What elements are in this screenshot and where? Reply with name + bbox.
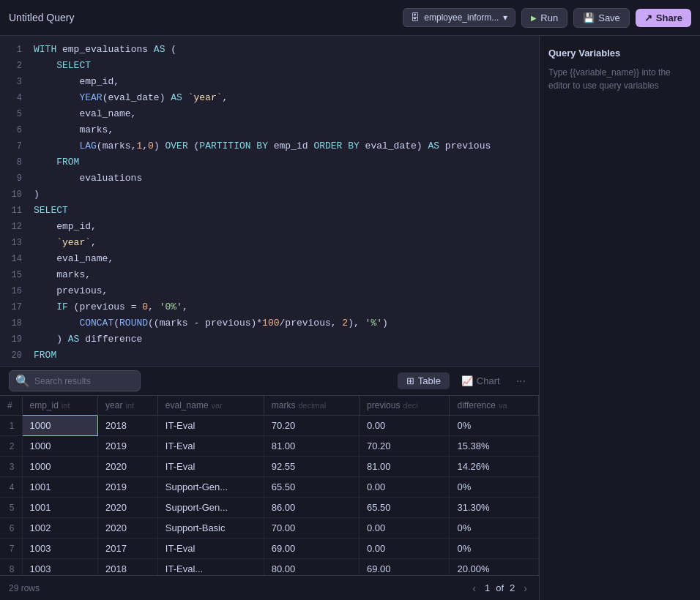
column-header: eval_namevar — [157, 396, 264, 416]
table-row[interactable]: 610022020Support-Basic70.000.000% — [0, 518, 539, 539]
code-line: 11SELECT — [0, 203, 539, 219]
next-page-button[interactable]: › — [521, 581, 530, 596]
row-number: 3 — [0, 457, 22, 477]
line-number: 6 — [0, 122, 22, 138]
table-cell: 65.50 — [264, 477, 359, 498]
table-cell: IT-Eval... — [157, 559, 264, 576]
line-number: 19 — [0, 331, 22, 348]
code-line: 14 eval_name, — [0, 251, 539, 267]
line-number: 5 — [0, 106, 22, 122]
chart-tab[interactable]: 📈 Chart — [453, 372, 509, 389]
column-header: marksdecimal — [264, 396, 359, 416]
results-table: #emp_idintyearinteval_namevarmarksdecima… — [0, 396, 539, 575]
table-row[interactable]: 210002019IT-Eval81.0070.2015.38% — [0, 436, 539, 457]
code-line: 8 FROM — [0, 154, 539, 170]
database-selector[interactable]: 🗄 employee_inform... ▾ — [403, 8, 515, 27]
line-code: CONCAT(ROUND((marks - previous)*100/prev… — [34, 315, 530, 331]
row-number: 1 — [0, 416, 22, 436]
line-number: 20 — [0, 348, 22, 364]
line-code: ) — [34, 187, 530, 203]
sidebar-hint: Type {{variable_name}} into the editor t… — [548, 66, 691, 92]
table-cell: Support-Gen... — [157, 498, 264, 518]
table-cell: Support-Gen... — [157, 477, 264, 498]
table-cell: 20.00% — [450, 559, 539, 576]
code-editor[interactable]: 1WITH emp_evaluations AS (2 SELECT3 emp_… — [0, 36, 539, 366]
line-number: 12 — [0, 219, 22, 235]
results-table-wrapper[interactable]: #emp_idintyearinteval_namevarmarksdecima… — [0, 396, 539, 575]
table-cell: 0.00 — [360, 416, 450, 436]
table-cell: 14.26% — [450, 457, 539, 477]
line-number: 3 — [0, 74, 22, 90]
db-selector-label: employee_inform... — [424, 12, 499, 23]
table-cell: 0% — [450, 477, 539, 498]
table-cell: 86.00 — [264, 498, 359, 518]
table-cell: 69.00 — [360, 559, 450, 576]
page-of-label: of — [496, 582, 504, 593]
table-cell: 1000 — [22, 457, 98, 477]
line-code: previous, — [34, 283, 530, 299]
line-code: WITH emp_evaluations AS ( — [34, 42, 530, 58]
run-button[interactable]: ▶ Run — [521, 8, 567, 28]
table-row[interactable]: 410012019Support-Gen...65.500.000% — [0, 477, 539, 498]
table-row[interactable]: 510012020Support-Gen...86.0065.5031.30% — [0, 498, 539, 518]
table-body: 110002018IT-Eval70.200.000%210002019IT-E… — [0, 416, 539, 576]
column-header: emp_idint — [22, 396, 98, 416]
page-current: 1 — [485, 582, 490, 593]
db-icon: 🗄 — [411, 12, 420, 23]
sidebar-title: Query Variables — [548, 48, 691, 59]
table-cell: 65.50 — [360, 498, 450, 518]
column-header: # — [0, 396, 22, 416]
line-code: FROM — [34, 154, 530, 170]
table-row[interactable]: 310002020IT-Eval92.5581.0014.26% — [0, 457, 539, 477]
code-line: 20FROM — [0, 348, 539, 364]
search-input[interactable] — [34, 376, 134, 386]
table-cell: IT-Eval — [157, 436, 264, 457]
line-number: 16 — [0, 283, 22, 299]
table-tab[interactable]: ⊞ Table — [398, 372, 450, 389]
table-cell: 81.00 — [264, 436, 359, 457]
code-line: 12 emp_id, — [0, 219, 539, 235]
line-code: marks, — [34, 122, 530, 138]
table-row[interactable]: 810032018IT-Eval...80.0069.0020.00% — [0, 559, 539, 576]
table-row[interactable]: 710032017IT-Eval69.000.000% — [0, 539, 539, 559]
code-line: 19 ) AS difference — [0, 331, 539, 348]
table-cell: 15.38% — [450, 436, 539, 457]
prev-page-button[interactable]: ‹ — [469, 581, 479, 596]
line-code: LAG(marks,1,0) OVER (PARTITION BY emp_id… — [34, 138, 530, 154]
share-button[interactable]: ↗ Share — [636, 9, 691, 27]
page-total: 2 — [510, 582, 515, 593]
share-label: Share — [656, 12, 682, 23]
table-row[interactable]: 110002018IT-Eval70.200.000% — [0, 416, 539, 436]
line-code: evaluations — [34, 170, 530, 187]
row-number: 8 — [0, 559, 22, 576]
code-line: 10) — [0, 187, 539, 203]
search-box[interactable]: 🔍 — [9, 370, 141, 391]
save-button[interactable]: 💾 Save — [573, 8, 630, 28]
line-code: ) AS difference — [34, 331, 530, 348]
table-cell: 0.00 — [360, 539, 450, 559]
line-code: marks, — [34, 267, 530, 283]
pagination: ‹ 1 of 2 › — [469, 581, 530, 596]
code-line: 3 emp_id, — [0, 74, 539, 90]
row-number: 5 — [0, 498, 22, 518]
line-code: SELECT — [34, 58, 530, 74]
line-number: 17 — [0, 299, 22, 315]
code-line: 17 IF (previous = 0, '0%', — [0, 299, 539, 315]
table-cell: 1000 — [22, 416, 98, 436]
share-icon: ↗ — [644, 12, 652, 23]
code-line: 15 marks, — [0, 267, 539, 283]
table-cell: 1001 — [22, 498, 98, 518]
chart-label: Chart — [477, 375, 500, 386]
line-code: emp_id, — [34, 74, 530, 90]
run-label: Run — [540, 12, 558, 23]
table-cell: IT-Eval — [157, 416, 264, 436]
header-actions: 🗄 employee_inform... ▾ ▶ Run 💾 Save ↗ Sh… — [403, 8, 691, 28]
table-cell: 0% — [450, 416, 539, 436]
table-cell: 0% — [450, 539, 539, 559]
column-header: previousdeci — [360, 396, 450, 416]
chart-icon: 📈 — [461, 375, 473, 386]
more-options-button[interactable]: ··· — [512, 372, 530, 391]
table-cell: 1000 — [22, 436, 98, 457]
line-code: `year`, — [34, 235, 530, 251]
code-line: 6 marks, — [0, 122, 539, 138]
